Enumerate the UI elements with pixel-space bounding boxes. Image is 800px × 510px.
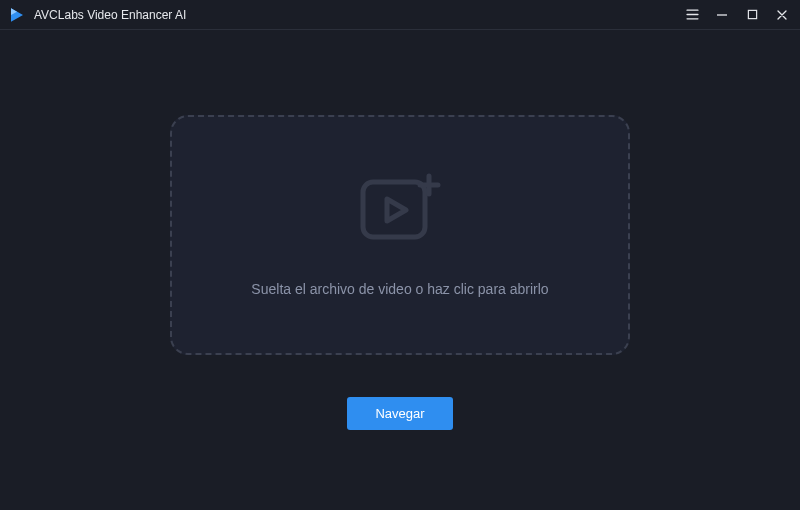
main-area: Suelta el archivo de video o haz clic pa… [0, 30, 800, 510]
titlebar: AVCLabs Video Enhancer AI [0, 0, 800, 30]
dropzone[interactable]: Suelta el archivo de video o haz clic pa… [170, 115, 630, 355]
dropzone-text: Suelta el archivo de video o haz clic pa… [251, 281, 548, 297]
maximize-icon[interactable] [744, 7, 760, 23]
browse-button[interactable]: Navegar [347, 397, 452, 430]
svg-rect-2 [748, 10, 756, 18]
svg-rect-3 [363, 182, 425, 237]
window-controls [684, 7, 790, 23]
minimize-icon[interactable] [714, 7, 730, 23]
menu-icon[interactable] [684, 7, 700, 23]
video-add-icon [357, 173, 443, 247]
app-title: AVCLabs Video Enhancer AI [34, 8, 186, 22]
app-logo-icon [8, 6, 26, 24]
svg-marker-4 [387, 199, 406, 221]
titlebar-left: AVCLabs Video Enhancer AI [8, 6, 186, 24]
close-icon[interactable] [774, 7, 790, 23]
